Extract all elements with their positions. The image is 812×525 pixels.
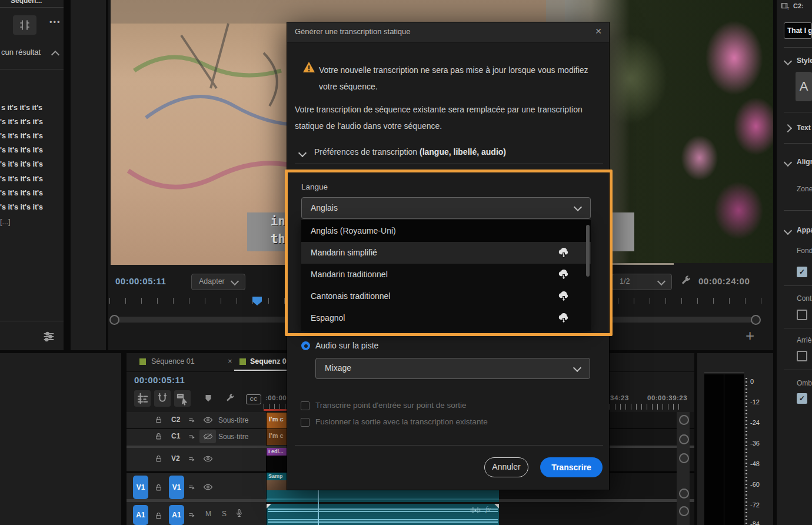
timeline-playhead-line[interactable] xyxy=(318,490,319,525)
section-text[interactable]: Text xyxy=(797,124,812,132)
transcript-line[interactable]: 's it's it's it's xyxy=(0,175,64,183)
track-resize-handle[interactable] xyxy=(679,489,689,499)
sync-lock-icon[interactable] xyxy=(188,511,197,519)
audio-track-radio-selected[interactable] xyxy=(301,341,310,350)
panel-menu-button[interactable]: ••• xyxy=(49,18,61,26)
sync-lock-icon[interactable] xyxy=(188,433,197,441)
track-target-v1[interactable]: V1 xyxy=(169,476,184,499)
sync-lock-icon[interactable] xyxy=(188,455,197,463)
scrollbar-handle-left[interactable] xyxy=(109,315,119,325)
fill-checkbox-checked[interactable]: ✓ xyxy=(797,267,807,277)
caption-view-toggle-button[interactable] xyxy=(13,15,36,35)
prefs-expand-chevron-icon[interactable] xyxy=(298,149,307,157)
caption-segment-item[interactable]: That I g xyxy=(784,22,812,39)
dialog-title-bar[interactable]: Générer une transcription statique ✕ xyxy=(287,22,609,42)
transcript-line[interactable]: s it's it's it's xyxy=(1,104,64,112)
track-label-c1[interactable]: C1 xyxy=(171,432,180,440)
cancel-button[interactable]: Annuler xyxy=(484,457,528,477)
caption-clip-c2[interactable]: I'm c xyxy=(267,413,287,428)
transcript-line[interactable]: 's it's it's it's xyxy=(0,146,64,154)
video-clip-thumbnail-dark[interactable] xyxy=(267,456,287,471)
source-patch-v1[interactable]: V1 xyxy=(133,476,148,499)
language-option[interactable]: Mandarin traditionnel xyxy=(301,264,591,285)
background-checkbox[interactable] xyxy=(797,351,807,361)
source-patch-a1[interactable]: A1 xyxy=(133,505,148,525)
linked-selection-button[interactable] xyxy=(174,390,191,407)
track-lock-icon[interactable] xyxy=(154,416,163,424)
merge-checkbox-disabled[interactable] xyxy=(301,418,310,427)
timeline-timecode[interactable]: 00:00:05:11 xyxy=(134,375,185,385)
track-resize-handle[interactable] xyxy=(679,506,689,516)
fx-badge[interactable]: fx xyxy=(485,505,491,514)
tab-sequence-01[interactable]: Séquence 01 xyxy=(151,357,195,365)
sync-lock-icon[interactable] xyxy=(188,416,197,424)
transcript-line[interactable]: 's it's it's it's xyxy=(0,160,64,168)
settings-wrench-icon[interactable] xyxy=(679,275,692,288)
track-lock-icon[interactable] xyxy=(154,483,163,492)
language-option[interactable]: Espagnol xyxy=(301,307,591,329)
track-resize-handle[interactable] xyxy=(679,453,689,463)
in-out-checkbox-disabled[interactable] xyxy=(301,401,310,410)
track-visibility-eye-icon[interactable] xyxy=(203,416,213,424)
dropdown-scrollbar[interactable] xyxy=(586,225,590,277)
style-preview-box[interactable]: A xyxy=(796,72,812,101)
section-style[interactable]: Style xyxy=(797,57,812,65)
visibility-toggle-active-bg[interactable] xyxy=(199,430,216,443)
track-lock-icon[interactable] xyxy=(154,454,163,463)
solo-button[interactable]: S xyxy=(222,510,227,518)
stroke-checkbox[interactable] xyxy=(797,310,807,320)
track-visibility-eye-icon[interactable] xyxy=(203,455,213,463)
track-resize-handle[interactable] xyxy=(679,415,689,425)
snap-magnet-button[interactable] xyxy=(154,390,171,407)
monitor-timecode[interactable]: 00:00:05:11 xyxy=(115,276,166,286)
chevron-down-icon[interactable] xyxy=(784,57,792,65)
tab-sequenz-01-active[interactable]: Sequenz 01 xyxy=(250,357,289,365)
playback-resolution-dropdown[interactable]: 1/2 xyxy=(612,274,672,290)
add-button[interactable]: + xyxy=(746,327,754,345)
collapse-chevron-icon[interactable] xyxy=(51,51,59,59)
timeline-ruler-ticks[interactable] xyxy=(610,404,680,410)
language-select[interactable]: Anglais xyxy=(301,197,591,219)
graphic-clip-v2[interactable]: I edl... xyxy=(267,448,287,456)
transcribe-button[interactable]: Transcrire xyxy=(540,457,603,477)
nest-sequence-button[interactable] xyxy=(134,390,151,407)
transcript-line[interactable]: 's it's it's it's xyxy=(0,132,64,140)
filter-settings-icon[interactable] xyxy=(40,328,58,345)
shadow-checkbox-checked[interactable]: ✓ xyxy=(797,393,807,404)
tab-close-icon[interactable]: × xyxy=(228,357,232,365)
track-lock-icon[interactable] xyxy=(154,432,163,441)
video-clip-v1-body[interactable] xyxy=(267,490,499,502)
video-clip-v1-label[interactable]: Samp xyxy=(267,473,287,480)
timeline-settings-wrench-icon[interactable] xyxy=(224,393,235,404)
scrollbar-handle-right[interactable] xyxy=(751,315,761,325)
track-resize-handle[interactable] xyxy=(679,434,689,444)
mute-button[interactable]: M xyxy=(205,510,211,518)
chevron-down-icon[interactable] xyxy=(784,158,792,167)
audio-track-radio-label[interactable]: Audio sur la piste xyxy=(315,341,378,350)
marker-icon[interactable] xyxy=(203,393,214,404)
section-align[interactable]: Align xyxy=(797,158,812,166)
close-icon[interactable]: ✕ xyxy=(595,26,602,36)
zoom-fit-dropdown[interactable]: Adapter xyxy=(191,274,245,290)
track-lock-icon[interactable] xyxy=(154,511,163,520)
chevron-down-icon[interactable] xyxy=(784,227,792,235)
language-option[interactable]: Cantonais traditionnel xyxy=(301,285,591,307)
voiceover-mic-icon[interactable] xyxy=(235,508,244,519)
transcript-line[interactable]: 's it's it's it's xyxy=(0,118,64,126)
sync-lock-icon[interactable] xyxy=(188,483,197,491)
track-label-v2[interactable]: V2 xyxy=(171,454,180,463)
mix-select[interactable]: Mixage xyxy=(315,358,590,379)
track-visibility-eye-icon[interactable] xyxy=(203,483,213,491)
section-appearance[interactable]: Appa xyxy=(797,226,812,234)
monitor-playhead[interactable] xyxy=(252,297,262,305)
chevron-right-icon[interactable] xyxy=(784,124,792,132)
track-label-c2[interactable]: C2 xyxy=(171,416,180,424)
transcript-tab-partial[interactable]: Sequen... xyxy=(11,0,64,4)
track-target-a1[interactable]: A1 xyxy=(169,505,184,525)
transcript-line[interactable]: 's it's it's it's xyxy=(0,189,64,197)
transcript-line[interactable]: 's it's it's it's xyxy=(0,203,64,211)
caption-clip-c1[interactable]: I'm c xyxy=(267,429,287,445)
audio-clip-a1[interactable]: fx xyxy=(267,504,499,525)
language-option[interactable]: Anglais (Royaume-Uni) xyxy=(301,220,591,242)
captions-cc-button[interactable]: CC xyxy=(246,394,261,404)
